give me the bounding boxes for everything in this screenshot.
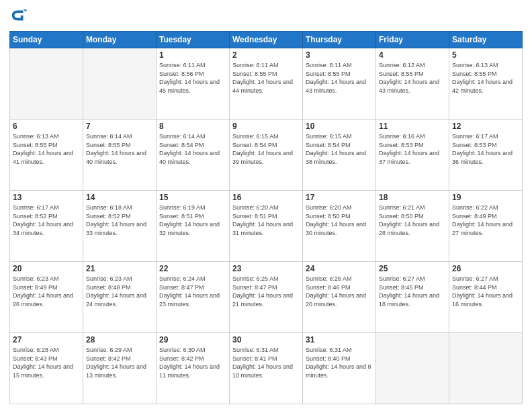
calendar-cell: 27Sunrise: 6:28 AMSunset: 8:43 PMDayligh… xyxy=(10,333,83,404)
day-number: 25 xyxy=(379,264,446,273)
calendar-cell xyxy=(83,48,157,120)
day-info: Sunrise: 6:19 AMSunset: 8:51 PMDaylight:… xyxy=(159,203,226,237)
calendar-cell: 2Sunrise: 6:11 AMSunset: 8:55 PMDaylight… xyxy=(230,48,303,120)
day-info: Sunrise: 6:15 AMSunset: 8:54 PMDaylight:… xyxy=(232,132,300,166)
day-number: 18 xyxy=(379,193,446,202)
calendar-cell: 21Sunrise: 6:23 AMSunset: 8:48 PMDayligh… xyxy=(83,262,157,333)
day-info: Sunrise: 6:17 AMSunset: 8:53 PMDaylight:… xyxy=(452,132,519,166)
calendar-header-row: SundayMondayTuesdayWednesdayThursdayFrid… xyxy=(10,32,523,48)
calendar-cell: 23Sunrise: 6:25 AMSunset: 8:47 PMDayligh… xyxy=(230,262,303,333)
day-info: Sunrise: 6:14 AMSunset: 8:54 PMDaylight:… xyxy=(159,132,226,166)
day-number: 29 xyxy=(159,335,226,345)
calendar-cell xyxy=(376,333,449,404)
day-number: 20 xyxy=(13,264,80,273)
day-number: 17 xyxy=(306,193,373,202)
logo xyxy=(9,7,31,26)
day-number: 6 xyxy=(13,122,80,131)
calendar-cell: 12Sunrise: 6:17 AMSunset: 8:53 PMDayligh… xyxy=(449,120,523,191)
calendar-cell: 25Sunrise: 6:27 AMSunset: 8:45 PMDayligh… xyxy=(376,262,449,333)
day-info: Sunrise: 6:16 AMSunset: 8:53 PMDaylight:… xyxy=(379,132,446,166)
day-info: Sunrise: 6:31 AMSunset: 8:41 PMDaylight:… xyxy=(232,346,300,379)
day-number: 13 xyxy=(13,193,80,202)
day-number: 24 xyxy=(306,264,373,273)
calendar-cell xyxy=(10,48,83,120)
day-header-tuesday: Tuesday xyxy=(157,32,230,48)
calendar-cell: 26Sunrise: 6:27 AMSunset: 8:44 PMDayligh… xyxy=(449,262,523,333)
week-row-5: 27Sunrise: 6:28 AMSunset: 8:43 PMDayligh… xyxy=(10,333,523,404)
calendar-cell: 19Sunrise: 6:22 AMSunset: 8:49 PMDayligh… xyxy=(449,191,523,262)
calendar-cell: 9Sunrise: 6:15 AMSunset: 8:54 PMDaylight… xyxy=(230,120,303,191)
day-info: Sunrise: 6:28 AMSunset: 8:43 PMDaylight:… xyxy=(13,346,80,379)
day-info: Sunrise: 6:11 AMSunset: 8:56 PMDaylight:… xyxy=(159,61,226,95)
calendar-table: SundayMondayTuesdayWednesdayThursdayFrid… xyxy=(9,31,523,404)
day-number: 8 xyxy=(159,122,226,131)
calendar-cell: 7Sunrise: 6:14 AMSunset: 8:55 PMDaylight… xyxy=(83,120,157,191)
day-info: Sunrise: 6:13 AMSunset: 8:55 PMDaylight:… xyxy=(13,132,80,166)
day-info: Sunrise: 6:11 AMSunset: 8:55 PMDaylight:… xyxy=(306,61,373,95)
day-info: Sunrise: 6:20 AMSunset: 8:51 PMDaylight:… xyxy=(232,203,300,237)
calendar-cell: 18Sunrise: 6:21 AMSunset: 8:50 PMDayligh… xyxy=(376,191,449,262)
day-number: 30 xyxy=(232,335,300,345)
day-info: Sunrise: 6:15 AMSunset: 8:54 PMDaylight:… xyxy=(306,132,373,166)
calendar-cell: 14Sunrise: 6:18 AMSunset: 8:52 PMDayligh… xyxy=(83,191,157,262)
day-number: 3 xyxy=(306,50,373,60)
logo-icon xyxy=(9,7,28,26)
day-info: Sunrise: 6:29 AMSunset: 8:42 PMDaylight:… xyxy=(86,346,153,379)
day-number: 1 xyxy=(159,50,226,60)
day-info: Sunrise: 6:27 AMSunset: 8:45 PMDaylight:… xyxy=(379,275,446,308)
day-info: Sunrise: 6:30 AMSunset: 8:42 PMDaylight:… xyxy=(159,346,226,379)
day-header-saturday: Saturday xyxy=(449,32,523,48)
calendar-cell: 8Sunrise: 6:14 AMSunset: 8:54 PMDaylight… xyxy=(157,120,230,191)
calendar-cell: 22Sunrise: 6:24 AMSunset: 8:47 PMDayligh… xyxy=(157,262,230,333)
week-row-2: 6Sunrise: 6:13 AMSunset: 8:55 PMDaylight… xyxy=(10,120,523,191)
week-row-4: 20Sunrise: 6:23 AMSunset: 8:49 PMDayligh… xyxy=(10,262,523,333)
day-header-thursday: Thursday xyxy=(303,32,376,48)
calendar-cell: 24Sunrise: 6:26 AMSunset: 8:46 PMDayligh… xyxy=(303,262,376,333)
calendar-cell: 29Sunrise: 6:30 AMSunset: 8:42 PMDayligh… xyxy=(157,333,230,404)
day-info: Sunrise: 6:27 AMSunset: 8:44 PMDaylight:… xyxy=(452,275,519,308)
page: SundayMondayTuesdayWednesdayThursdayFrid… xyxy=(0,0,532,411)
day-number: 4 xyxy=(379,50,446,60)
day-number: 2 xyxy=(232,50,300,60)
calendar-cell: 20Sunrise: 6:23 AMSunset: 8:49 PMDayligh… xyxy=(10,262,83,333)
day-number: 5 xyxy=(452,50,519,60)
day-number: 12 xyxy=(452,122,519,131)
calendar-cell: 17Sunrise: 6:20 AMSunset: 8:50 PMDayligh… xyxy=(303,191,376,262)
day-number: 10 xyxy=(306,122,373,131)
day-number: 16 xyxy=(232,193,300,202)
day-header-wednesday: Wednesday xyxy=(230,32,303,48)
calendar-cell: 1Sunrise: 6:11 AMSunset: 8:56 PMDaylight… xyxy=(157,48,230,120)
calendar-cell: 3Sunrise: 6:11 AMSunset: 8:55 PMDaylight… xyxy=(303,48,376,120)
calendar-cell xyxy=(449,333,523,404)
day-info: Sunrise: 6:12 AMSunset: 8:55 PMDaylight:… xyxy=(379,61,446,95)
calendar-cell: 10Sunrise: 6:15 AMSunset: 8:54 PMDayligh… xyxy=(303,120,376,191)
day-number: 19 xyxy=(452,193,519,202)
day-header-monday: Monday xyxy=(83,32,157,48)
day-number: 28 xyxy=(86,335,153,345)
day-number: 26 xyxy=(452,264,519,273)
calendar-cell: 11Sunrise: 6:16 AMSunset: 8:53 PMDayligh… xyxy=(376,120,449,191)
calendar-cell: 13Sunrise: 6:17 AMSunset: 8:52 PMDayligh… xyxy=(10,191,83,262)
day-number: 7 xyxy=(86,122,153,131)
day-info: Sunrise: 6:23 AMSunset: 8:48 PMDaylight:… xyxy=(86,275,153,308)
day-info: Sunrise: 6:17 AMSunset: 8:52 PMDaylight:… xyxy=(13,203,80,237)
calendar-cell: 6Sunrise: 6:13 AMSunset: 8:55 PMDaylight… xyxy=(10,120,83,191)
day-info: Sunrise: 6:24 AMSunset: 8:47 PMDaylight:… xyxy=(159,275,226,308)
day-info: Sunrise: 6:18 AMSunset: 8:52 PMDaylight:… xyxy=(86,203,153,237)
day-number: 31 xyxy=(306,335,373,345)
day-info: Sunrise: 6:14 AMSunset: 8:55 PMDaylight:… xyxy=(86,132,153,166)
week-row-1: 1Sunrise: 6:11 AMSunset: 8:56 PMDaylight… xyxy=(10,48,523,120)
calendar-cell: 30Sunrise: 6:31 AMSunset: 8:41 PMDayligh… xyxy=(230,333,303,404)
day-info: Sunrise: 6:20 AMSunset: 8:50 PMDaylight:… xyxy=(306,203,373,237)
day-header-sunday: Sunday xyxy=(10,32,83,48)
day-info: Sunrise: 6:23 AMSunset: 8:49 PMDaylight:… xyxy=(13,275,80,308)
day-header-friday: Friday xyxy=(376,32,449,48)
calendar-cell: 5Sunrise: 6:13 AMSunset: 8:55 PMDaylight… xyxy=(449,48,523,120)
calendar-cell: 15Sunrise: 6:19 AMSunset: 8:51 PMDayligh… xyxy=(157,191,230,262)
day-number: 9 xyxy=(232,122,300,131)
day-number: 23 xyxy=(232,264,300,273)
day-number: 15 xyxy=(159,193,226,202)
calendar-cell: 31Sunrise: 6:31 AMSunset: 8:40 PMDayligh… xyxy=(303,333,376,404)
week-row-3: 13Sunrise: 6:17 AMSunset: 8:52 PMDayligh… xyxy=(10,191,523,262)
day-number: 27 xyxy=(13,335,80,345)
